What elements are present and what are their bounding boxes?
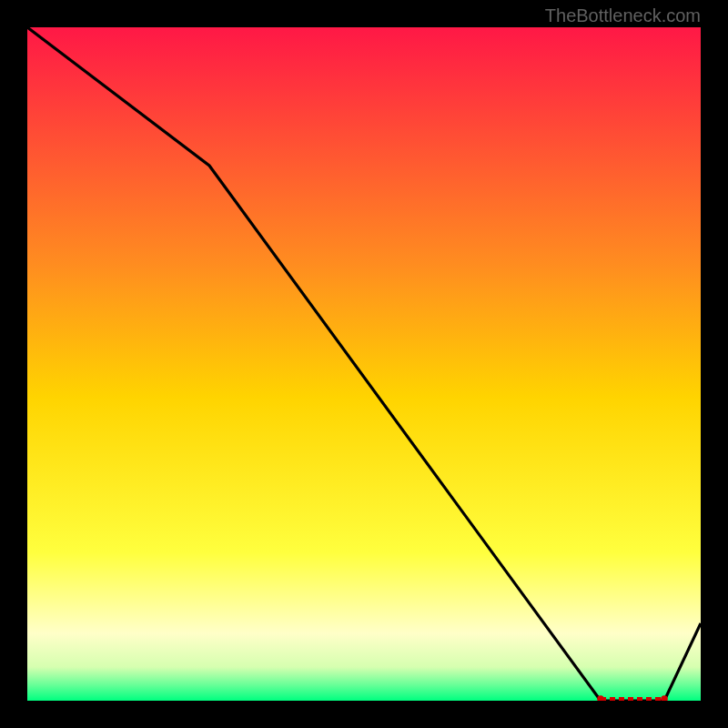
attribution-label: TheBottleneck.com (545, 5, 701, 26)
data-line (27, 27, 701, 701)
chart-container: TheBottleneck.com (0, 0, 728, 728)
data-line-layer (27, 27, 701, 701)
plot-area (27, 27, 701, 701)
